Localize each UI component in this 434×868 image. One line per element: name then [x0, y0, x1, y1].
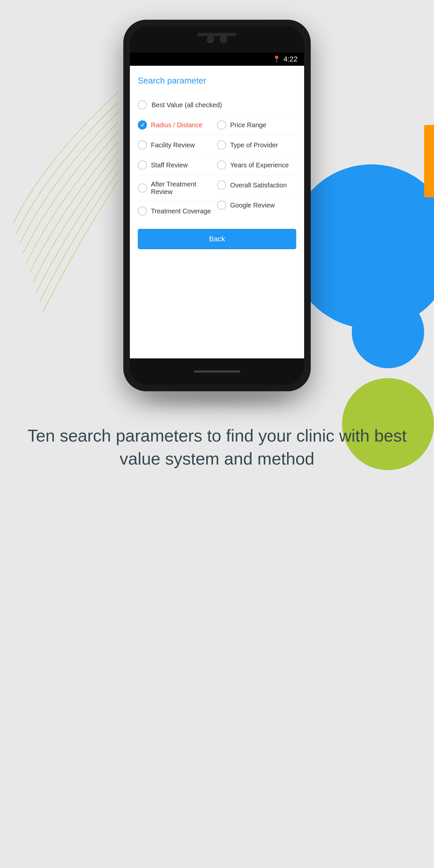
right-column: Price Range Type of Provider Years of Ex…	[217, 115, 296, 221]
decorative-bar-orange	[424, 125, 434, 197]
left-column: Radius / Distance Facility Review Staff …	[138, 115, 217, 221]
price-radio[interactable]	[217, 120, 226, 129]
provider-radio[interactable]	[217, 141, 226, 150]
decorative-circle-blue-large	[289, 164, 434, 329]
option-treatment-coverage[interactable]: Treatment Coverage	[138, 201, 217, 221]
price-label: Price Range	[230, 121, 266, 129]
staff-radio[interactable]	[138, 160, 147, 169]
overall-label: Overall Satisfaction	[230, 182, 287, 189]
best-value-option[interactable]: Best Value (all checked)	[138, 95, 296, 115]
status-bar: 📍 4:22	[130, 53, 304, 66]
provider-label: Type of Provider	[230, 142, 278, 149]
status-time: 4:22	[283, 55, 298, 63]
phone-shadow	[145, 391, 289, 404]
speaker	[197, 33, 237, 36]
phone-top-bar	[130, 26, 304, 53]
treatment-coverage-label: Treatment Coverage	[151, 208, 211, 215]
facility-label: Facility Review	[151, 142, 195, 149]
google-radio[interactable]	[217, 200, 226, 210]
phone-mockup: 📍 4:22 Search parameter Best Value (all …	[123, 20, 311, 404]
treatment-coverage-radio[interactable]	[138, 207, 147, 216]
screen-content: Search parameter Best Value (all checked…	[130, 66, 304, 359]
option-provider[interactable]: Type of Provider	[217, 135, 296, 155]
option-price[interactable]: Price Range	[217, 115, 296, 135]
options-grid: Radius / Distance Facility Review Staff …	[138, 115, 296, 221]
years-radio[interactable]	[217, 160, 226, 169]
overall-radio[interactable]	[217, 181, 226, 190]
screen-inner: Search parameter Best Value (all checked…	[130, 66, 304, 259]
best-value-label: Best Value (all checked)	[152, 101, 222, 109]
decorative-circle-blue-small	[352, 296, 424, 368]
status-icons: 📍 4:22	[273, 55, 298, 63]
years-label: Years of Experience	[230, 161, 289, 169]
home-indicator	[194, 371, 240, 373]
phone-bottom-bar	[130, 359, 304, 385]
after-treatment-radio[interactable]	[138, 183, 147, 193]
radius-label: Radius / Distance	[151, 121, 203, 129]
camera-dot-left	[207, 36, 214, 43]
after-treatment-label: After Treatment Review	[151, 181, 217, 196]
phone-body: 📍 4:22 Search parameter Best Value (all …	[123, 20, 311, 391]
camera-area	[207, 36, 227, 43]
location-icon: 📍	[273, 55, 281, 63]
option-after-treatment[interactable]: After Treatment Review	[138, 175, 217, 201]
camera-dot-right	[220, 36, 227, 43]
option-radius[interactable]: Radius / Distance	[138, 115, 217, 135]
phone-screen: 📍 4:22 Search parameter Best Value (all …	[130, 26, 304, 385]
option-google[interactable]: Google Review	[217, 195, 296, 215]
staff-label: Staff Review	[151, 161, 188, 169]
best-value-radio[interactable]	[138, 100, 147, 110]
radius-radio[interactable]	[138, 120, 147, 129]
option-staff[interactable]: Staff Review	[138, 155, 217, 175]
option-facility[interactable]: Facility Review	[138, 135, 217, 155]
decorative-lines	[13, 92, 118, 322]
option-overall[interactable]: Overall Satisfaction	[217, 175, 296, 195]
bottom-text-area: Ten search parameters to find your clini…	[0, 424, 434, 470]
page-title: Search parameter	[138, 75, 296, 86]
google-label: Google Review	[230, 202, 275, 209]
bottom-description: Ten search parameters to find your clini…	[26, 424, 408, 470]
back-button[interactable]: Back	[138, 229, 296, 249]
option-years[interactable]: Years of Experience	[217, 155, 296, 175]
facility-radio[interactable]	[138, 141, 147, 150]
